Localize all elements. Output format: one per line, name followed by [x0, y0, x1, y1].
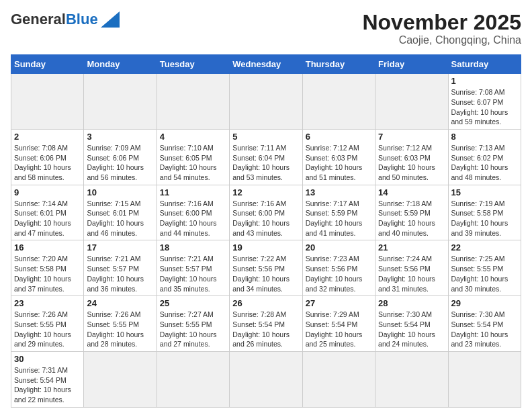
calendar-week-row: 1Sunrise: 7:08 AM Sunset: 6:07 PM Daylig…	[11, 74, 521, 130]
calendar-week-row: 23Sunrise: 7:26 AM Sunset: 5:55 PM Dayli…	[11, 296, 521, 352]
calendar-cell: 1Sunrise: 7:08 AM Sunset: 6:07 PM Daylig…	[448, 74, 521, 130]
weekday-header: Tuesday	[157, 55, 229, 74]
day-number: 21	[378, 242, 445, 253]
weekday-header: Friday	[375, 55, 448, 74]
day-info: Sunrise: 7:09 AM Sunset: 6:06 PM Dayligh…	[87, 143, 153, 183]
day-info: Sunrise: 7:16 AM Sunset: 6:00 PM Dayligh…	[232, 199, 299, 238]
calendar-cell: 9Sunrise: 7:14 AM Sunset: 6:01 PM Daylig…	[11, 185, 84, 240]
day-number: 5	[232, 132, 299, 142]
title-block: November 2025 Caojie, Chongqing, China	[362, 11, 521, 46]
day-number: 6	[306, 132, 372, 142]
calendar-cell	[157, 351, 229, 407]
location-subtitle: Caojie, Chongqing, China	[362, 34, 521, 46]
day-number: 23	[14, 298, 81, 308]
calendar-cell: 6Sunrise: 7:12 AM Sunset: 6:03 PM Daylig…	[302, 129, 375, 185]
calendar-header-row: SundayMondayTuesdayWednesdayThursdayFrid…	[11, 55, 521, 74]
calendar-cell: 27Sunrise: 7:29 AM Sunset: 5:54 PM Dayli…	[302, 296, 375, 352]
calendar-cell	[302, 74, 375, 130]
calendar-cell	[84, 351, 157, 407]
calendar-cell	[84, 74, 157, 130]
day-number: 30	[14, 354, 81, 364]
day-info: Sunrise: 7:12 AM Sunset: 6:03 PM Dayligh…	[378, 143, 445, 183]
day-info: Sunrise: 7:26 AM Sunset: 5:55 PM Dayligh…	[14, 310, 81, 349]
day-info: Sunrise: 7:08 AM Sunset: 6:07 PM Dayligh…	[451, 87, 518, 127]
day-info: Sunrise: 7:16 AM Sunset: 6:00 PM Dayligh…	[160, 199, 226, 238]
calendar-cell	[448, 351, 521, 407]
calendar-cell	[302, 351, 375, 407]
day-number: 10	[87, 187, 153, 197]
logo: General Blue	[11, 11, 120, 28]
day-number: 8	[451, 132, 518, 142]
calendar-cell: 22Sunrise: 7:25 AM Sunset: 5:55 PM Dayli…	[448, 240, 521, 296]
calendar-cell: 14Sunrise: 7:18 AM Sunset: 5:59 PM Dayli…	[375, 185, 448, 240]
calendar-cell: 10Sunrise: 7:15 AM Sunset: 6:01 PM Dayli…	[84, 185, 157, 240]
day-info: Sunrise: 7:08 AM Sunset: 6:06 PM Dayligh…	[14, 143, 81, 183]
day-info: Sunrise: 7:15 AM Sunset: 6:01 PM Dayligh…	[87, 199, 153, 238]
calendar-cell: 3Sunrise: 7:09 AM Sunset: 6:06 PM Daylig…	[84, 129, 157, 185]
weekday-header: Monday	[84, 55, 157, 74]
day-info: Sunrise: 7:14 AM Sunset: 6:01 PM Dayligh…	[14, 199, 81, 238]
day-info: Sunrise: 7:17 AM Sunset: 5:59 PM Dayligh…	[306, 199, 372, 238]
weekday-header: Wednesday	[230, 55, 302, 74]
calendar-cell: 13Sunrise: 7:17 AM Sunset: 5:59 PM Dayli…	[302, 185, 375, 240]
day-number: 1	[451, 76, 518, 86]
day-number: 17	[87, 242, 153, 253]
calendar-cell: 25Sunrise: 7:27 AM Sunset: 5:55 PM Dayli…	[157, 296, 229, 352]
day-number: 13	[306, 187, 372, 197]
day-info: Sunrise: 7:28 AM Sunset: 5:54 PM Dayligh…	[232, 310, 299, 349]
calendar-cell: 19Sunrise: 7:22 AM Sunset: 5:56 PM Dayli…	[230, 240, 302, 296]
weekday-header: Saturday	[448, 55, 521, 74]
day-info: Sunrise: 7:12 AM Sunset: 6:03 PM Dayligh…	[306, 143, 372, 183]
calendar-week-row: 2Sunrise: 7:08 AM Sunset: 6:06 PM Daylig…	[11, 129, 521, 185]
day-info: Sunrise: 7:18 AM Sunset: 5:59 PM Dayligh…	[378, 199, 445, 238]
day-number: 25	[160, 298, 226, 308]
calendar-cell: 21Sunrise: 7:24 AM Sunset: 5:56 PM Dayli…	[375, 240, 448, 296]
calendar-cell: 5Sunrise: 7:11 AM Sunset: 6:04 PM Daylig…	[230, 129, 302, 185]
day-info: Sunrise: 7:20 AM Sunset: 5:58 PM Dayligh…	[14, 254, 81, 293]
calendar-cell: 26Sunrise: 7:28 AM Sunset: 5:54 PM Dayli…	[230, 296, 302, 352]
day-number: 2	[14, 132, 81, 142]
day-info: Sunrise: 7:26 AM Sunset: 5:55 PM Dayligh…	[87, 310, 153, 349]
day-number: 24	[87, 298, 153, 308]
day-info: Sunrise: 7:10 AM Sunset: 6:05 PM Dayligh…	[160, 143, 226, 183]
day-info: Sunrise: 7:13 AM Sunset: 6:02 PM Dayligh…	[451, 143, 518, 183]
day-number: 16	[14, 242, 81, 253]
day-info: Sunrise: 7:23 AM Sunset: 5:56 PM Dayligh…	[306, 254, 372, 293]
day-info: Sunrise: 7:25 AM Sunset: 5:55 PM Dayligh…	[451, 254, 518, 293]
day-info: Sunrise: 7:30 AM Sunset: 5:54 PM Dayligh…	[451, 310, 518, 349]
calendar-cell: 15Sunrise: 7:19 AM Sunset: 5:58 PM Dayli…	[448, 185, 521, 240]
calendar-cell	[230, 351, 302, 407]
calendar-cell: 23Sunrise: 7:26 AM Sunset: 5:55 PM Dayli…	[11, 296, 84, 352]
calendar-cell: 30Sunrise: 7:31 AM Sunset: 5:54 PM Dayli…	[11, 351, 84, 407]
calendar-cell: 7Sunrise: 7:12 AM Sunset: 6:03 PM Daylig…	[375, 129, 448, 185]
calendar-cell	[375, 351, 448, 407]
day-info: Sunrise: 7:21 AM Sunset: 5:57 PM Dayligh…	[87, 254, 153, 293]
calendar-cell	[230, 74, 302, 130]
day-number: 18	[160, 242, 226, 253]
weekday-header: Sunday	[11, 55, 84, 74]
calendar-cell: 11Sunrise: 7:16 AM Sunset: 6:00 PM Dayli…	[157, 185, 229, 240]
logo-general-text: General	[11, 11, 66, 28]
calendar-cell	[375, 74, 448, 130]
month-title: November 2025	[362, 11, 521, 34]
day-info: Sunrise: 7:24 AM Sunset: 5:56 PM Dayligh…	[378, 254, 445, 293]
calendar-cell: 18Sunrise: 7:21 AM Sunset: 5:57 PM Dayli…	[157, 240, 229, 296]
day-number: 28	[378, 298, 445, 308]
svg-marker-0	[101, 11, 120, 28]
day-info: Sunrise: 7:29 AM Sunset: 5:54 PM Dayligh…	[306, 310, 372, 349]
day-number: 19	[232, 242, 299, 253]
day-number: 7	[378, 132, 445, 142]
day-number: 4	[160, 132, 226, 142]
calendar-cell	[157, 74, 229, 130]
day-number: 15	[451, 187, 518, 197]
calendar-week-row: 16Sunrise: 7:20 AM Sunset: 5:58 PM Dayli…	[11, 240, 521, 296]
day-info: Sunrise: 7:30 AM Sunset: 5:54 PM Dayligh…	[378, 310, 445, 349]
calendar-cell: 28Sunrise: 7:30 AM Sunset: 5:54 PM Dayli…	[375, 296, 448, 352]
calendar-cell: 4Sunrise: 7:10 AM Sunset: 6:05 PM Daylig…	[157, 129, 229, 185]
calendar-cell: 17Sunrise: 7:21 AM Sunset: 5:57 PM Dayli…	[84, 240, 157, 296]
day-info: Sunrise: 7:22 AM Sunset: 5:56 PM Dayligh…	[232, 254, 299, 293]
calendar-cell	[11, 74, 84, 130]
day-number: 11	[160, 187, 226, 197]
day-info: Sunrise: 7:21 AM Sunset: 5:57 PM Dayligh…	[160, 254, 226, 293]
logo-icon	[101, 11, 120, 28]
